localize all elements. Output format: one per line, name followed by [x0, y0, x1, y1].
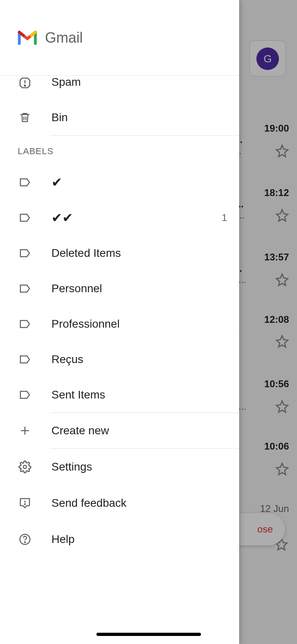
label-icon — [18, 281, 32, 296]
label-icon — [18, 175, 32, 190]
drawer-header: Gmail — [0, 0, 239, 76]
nav-label: ✔ — [51, 175, 227, 190]
nav-label: Create new — [51, 424, 227, 437]
label-icon — [18, 317, 32, 331]
nav-item-help[interactable]: Help — [0, 521, 239, 557]
nav-item-label-doublecheck[interactable]: ✔✔ 1 — [0, 200, 239, 235]
nav-item-feedback[interactable]: Send feedback — [0, 485, 239, 521]
svg-point-6 — [23, 465, 27, 469]
app-title: Gmail — [45, 29, 83, 46]
nav-label: Personnel — [51, 282, 227, 295]
nav-label: Spam — [51, 76, 227, 89]
nav-item-bin[interactable]: Bin — [0, 100, 239, 135]
nav-item-spam[interactable]: Spam — [0, 76, 239, 100]
nav-item-label-deleted[interactable]: Deleted Items — [0, 235, 239, 271]
nav-item-label-check[interactable]: ✔ — [0, 165, 239, 200]
label-icon — [18, 246, 32, 260]
label-icon — [18, 211, 32, 225]
nav-label: Deleted Items — [51, 247, 227, 260]
nav-label: Professionnel — [51, 318, 227, 330]
drawer-body: Spam Bin LABELS ✔ — [0, 76, 239, 644]
labels-header: LABELS — [0, 136, 239, 165]
navigation-drawer: Gmail Spam Bin — [0, 0, 239, 644]
label-icon — [18, 388, 32, 402]
nav-item-label-sentitems[interactable]: Sent Items — [0, 377, 239, 413]
home-indicator[interactable] — [96, 633, 201, 636]
nav-label: Sent Items — [51, 388, 227, 401]
nav-label: Send feedback — [51, 497, 227, 510]
feedback-icon — [18, 496, 32, 510]
spam-icon — [18, 76, 32, 90]
nav-label: Help — [51, 533, 227, 546]
nav-item-label-recus[interactable]: Reçus — [0, 342, 239, 377]
nav-count: 1 — [222, 212, 227, 223]
label-icon — [18, 352, 32, 367]
svg-point-10 — [25, 542, 25, 543]
gmail-logo-icon — [18, 31, 37, 45]
nav-item-label-personnel[interactable]: Personnel — [0, 271, 239, 306]
gear-icon — [18, 460, 32, 474]
nav-item-settings[interactable]: Settings — [0, 449, 239, 485]
nav-label: Settings — [51, 460, 227, 473]
nav-label: Reçus — [51, 353, 227, 366]
nav-label: Bin — [51, 111, 227, 124]
svg-point-1 — [25, 85, 26, 86]
nav-item-create-new[interactable]: Create new — [0, 413, 239, 448]
svg-point-8 — [25, 504, 25, 505]
plus-icon — [18, 423, 32, 438]
nav-label: ✔✔ — [51, 210, 203, 225]
help-icon — [18, 532, 32, 547]
trash-icon — [18, 110, 32, 125]
nav-item-label-professionnel[interactable]: Professionnel — [0, 306, 239, 342]
